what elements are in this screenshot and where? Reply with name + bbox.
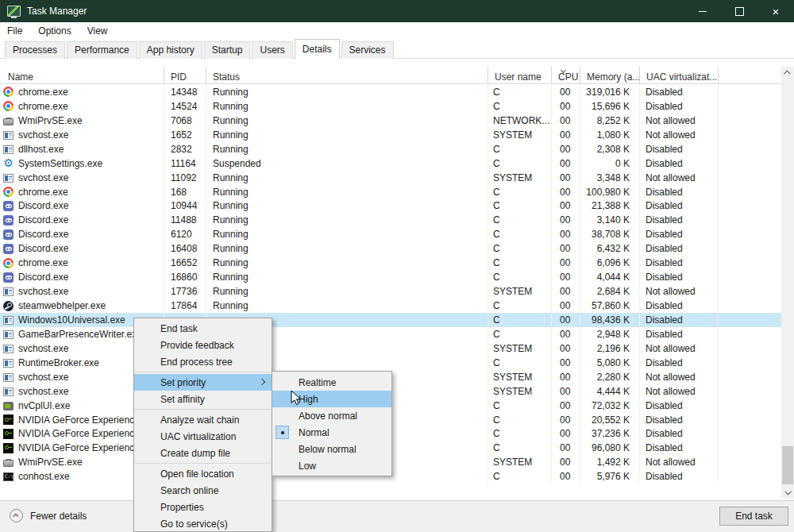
column-header-status[interactable]: Status [206,67,488,83]
column-header-user-name[interactable]: User name [488,67,552,83]
column-header-uac-virtualizat[interactable]: UAC virtualizat... [640,67,719,83]
table-row[interactable]: chrome.exe14524RunningC0015,696 KDisable… [0,99,781,114]
cell-pid: 7068 [164,114,206,128]
cell-mem: 1,492 K [580,455,640,469]
menu-item-uac-virtualization[interactable]: UAC virtualization [134,428,272,445]
menu-view[interactable]: View [79,24,116,38]
tab-performance[interactable]: Performance [67,41,137,59]
table-row[interactable]: Discord.exe16408RunningC006,432 KDisable… [0,241,781,256]
table-row[interactable]: GameBarPresenceWriter.exeC002,948 KDisab… [0,327,781,341]
menu-item-properties[interactable]: Properties [134,499,272,515]
tab-startup[interactable]: Startup [204,41,251,59]
tab-services[interactable]: Services [341,41,394,59]
table-row[interactable]: Discord.exe10944RunningC0021,388 KDisabl… [0,199,781,214]
menu-item-above-normal[interactable]: Above normal [272,407,391,424]
table-row[interactable]: ⚙SystemSettings.exe11164SuspendedC000 KD… [0,156,781,171]
fewer-details-toggle[interactable]: Fewer details [10,509,87,522]
table-row[interactable]: chrome.exe16652RunningC006,096 KDisabled [0,256,781,270]
cell-user: C [488,413,552,427]
menu-item-realtime[interactable]: Realtime [272,374,391,391]
menu-item-analyze-wait-chain[interactable]: Analyze wait chain [134,411,272,428]
table-row[interactable]: WmiPrvSE.exe7068RunningNETWORK...008,252… [0,114,781,128]
column-header-cpu[interactable]: CPU [552,67,580,83]
cell-filler [719,341,781,356]
cell-status: Running [206,256,488,270]
process-name: GameBarPresenceWriter.exe [18,329,142,340]
menu-item-set-priority[interactable]: Set priority [134,374,272,391]
column-header-pid[interactable]: PID [164,67,206,83]
table-row[interactable]: svchost.exe17736RunningSYSTEM002,684 KNo… [0,284,781,299]
table-row[interactable]: chrome.exe14348RunningC00319,016 KDisabl… [0,85,781,99]
menu-item-high[interactable]: High [272,391,391,407]
table-row[interactable]: dllhost.exe2832RunningC002,308 KDisabled [0,142,781,156]
cell-user: C [488,270,552,284]
menu-file[interactable]: File [0,24,30,38]
process-name: Windows10Universal.exe [18,314,125,326]
cell-user: SYSTEM [488,128,552,142]
cell-uac: Disabled [640,199,719,214]
table-row[interactable]: Discord.exe6120RunningC0038,708 KDisable… [0,227,781,241]
cell-pid: 16408 [164,241,206,256]
cell-name: svchost.exe [0,128,164,142]
menu-item-open-file-location[interactable]: Open file location [134,465,272,482]
cell-filler [719,356,781,370]
cell-mem: 72,032 K [580,399,640,413]
table-row[interactable]: chrome.exe168RunningC00100,980 KDisabled [0,185,781,199]
cell-filler [719,384,781,399]
cell-name: steamwebhelper.exe [0,299,164,313]
menu-item-label: Low [299,461,316,472]
tab-processes[interactable]: Processes [5,41,65,59]
menu-item-create-dump-file[interactable]: Create dump file [134,445,272,461]
process-name: conhost.exe [18,471,70,482]
table-row[interactable]: svchost.exe1652RunningSYSTEM001,080 KNot… [0,128,781,142]
menu-item-low[interactable]: Low [272,457,391,474]
tab-users[interactable]: Users [252,41,292,59]
menu-item-below-normal[interactable]: Below normal [272,441,391,457]
table-row[interactable]: svchost.exeSYSTEM002,196 KNot allowed [0,341,781,356]
cell-cpu: 00 [552,356,580,370]
cell-mem: 2,280 K [580,370,640,384]
menu-item-end-task[interactable]: End task [134,320,272,337]
table-row[interactable]: steamwebhelper.exe17864RunningC0057,860 … [0,299,781,313]
end-task-button[interactable]: End task [719,507,788,526]
cell-user: C [488,327,552,341]
maximize-button[interactable] [721,0,757,22]
table-row[interactable]: RuntimeBroker.exeC005,080 KDisabled [0,356,781,370]
scroll-down-arrow-icon[interactable] [781,486,794,499]
scroll-up-arrow-icon[interactable] [781,67,794,79]
menu-item-end-process-tree[interactable]: End process tree [134,353,272,370]
generic-icon [3,373,13,382]
menu-item-go-to-service-s[interactable]: Go to service(s) [134,515,272,532]
table-row[interactable]: Discord.exe16860RunningC004,044 KDisable… [0,270,781,284]
scrollbar-thumb[interactable] [782,446,793,484]
cell-uac: Disabled [640,227,719,241]
generic-icon [3,359,13,368]
tab-strip: ProcessesPerformanceApp historyStartupUs… [0,39,794,59]
cell-uac: Disabled [640,356,719,370]
close-button[interactable]: × [757,0,794,22]
tab-app-history[interactable]: App history [139,41,202,59]
cell-filler [719,85,781,99]
menu-options[interactable]: Options [30,24,79,38]
column-header-name[interactable]: Name [0,67,164,83]
column-header-memory-a[interactable]: Memory (a... [580,67,640,83]
menu-item-set-affinity[interactable]: Set affinity [134,391,272,407]
minimize-button[interactable] [684,0,721,22]
vertical-scrollbar[interactable] [781,67,794,499]
column-header-label: User name [495,71,542,83]
menu-separator [135,372,271,372]
chevron-up-circle-icon [10,509,23,522]
table-row[interactable]: svchost.exe11092RunningSYSTEM003,348 KNo… [0,171,781,185]
menu-item-provide-feedback[interactable]: Provide feedback [134,337,272,353]
menu-item-label: Provide feedback [160,340,234,351]
table-row[interactable]: Windows10Universal.exeC0098,436 KDisable… [0,313,781,327]
cell-pid: 11164 [164,156,206,171]
cell-name: chrome.exe [0,185,164,199]
table-row[interactable]: Discord.exe11488RunningC003,140 KDisable… [0,213,781,227]
cell-mem: 4,044 K [580,270,640,284]
menu-item-search-online[interactable]: Search online [134,482,272,499]
menu-item-normal[interactable]: Normal [272,424,391,441]
discord-icon [3,272,13,283]
tab-details[interactable]: Details [295,39,340,59]
task-manager-app-icon [7,6,21,17]
